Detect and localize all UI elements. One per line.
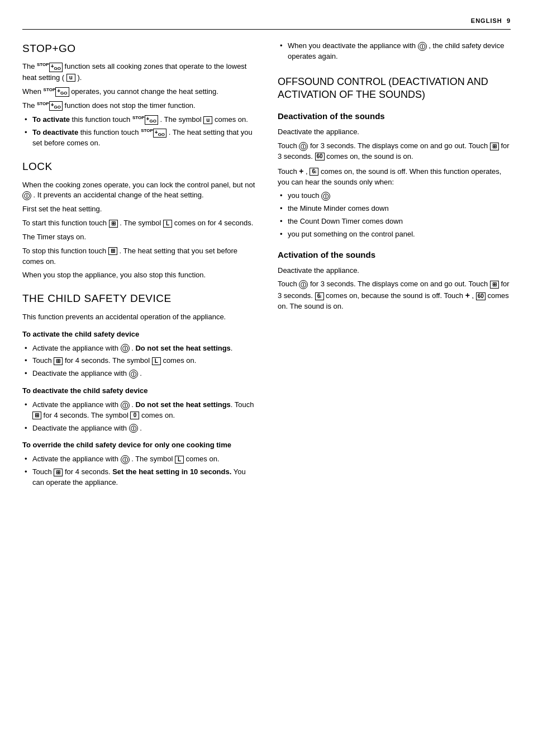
timer-icon-5: ⊞ xyxy=(54,469,63,476)
stopgo-section: STOP+GO The STOP+GO function sets all co… xyxy=(22,41,255,149)
language-label: ENGLISH xyxy=(471,17,502,24)
lock-p2: First set the heat setting. xyxy=(22,204,255,215)
l-icon-3: L xyxy=(175,456,184,464)
deact-bullet-3: the Count Down Timer comes down xyxy=(278,216,511,227)
stopgo-icon-box: +GO xyxy=(49,63,63,72)
deact-p3: Touch + , 6ᵢ comes on, the sound is off.… xyxy=(278,166,511,188)
u-icon-2: u xyxy=(203,116,212,124)
child-safety-section: THE CHILD SAFETY DEVICE This function pr… xyxy=(22,291,255,488)
icon-6i-2: 6ᵢ xyxy=(315,292,324,300)
power-icon-4: Ⓘ xyxy=(121,401,130,410)
icon-60: 60 xyxy=(315,153,325,160)
power-icon-r3: Ⓘ xyxy=(321,192,330,201)
override-child-bullet-1: Activate the appliance with Ⓘ . The symb… xyxy=(22,454,255,465)
deact-bullet-1: you touch Ⓘ xyxy=(278,191,511,201)
override-child-heading: To override the child safety device for … xyxy=(22,440,255,451)
timer-icon-4: ⊞ xyxy=(32,412,41,419)
stopgo-title: STOP+GO xyxy=(22,41,255,56)
page-number: 9 xyxy=(507,17,511,24)
plus-icon-1: + xyxy=(299,167,303,176)
lock-p3: To start this function touch ⊞ . The sym… xyxy=(22,218,255,229)
stopgo-bullet-1: To activate this function touch STOP+GO … xyxy=(22,115,255,125)
deactivate-child-bullet-1: Activate the appliance with Ⓘ . Do not s… xyxy=(22,400,255,421)
power-icon-1: Ⓘ xyxy=(22,191,31,200)
lock-title: LOCK xyxy=(22,159,255,174)
stopgo-icon-box3: +GO xyxy=(49,101,63,111)
timer-icon-3: ⊞ xyxy=(54,357,63,365)
deact-p2: Touch Ⓘ for 3 seconds. The displays come… xyxy=(278,141,511,162)
icon-6i-1: 6ᵢ xyxy=(310,168,318,176)
content-columns: STOP+GO The STOP+GO function sets all co… xyxy=(22,41,511,734)
lock-p5: To stop this function touch ⊞ . The heat… xyxy=(22,246,255,267)
right-top-bullet-1: When you deactivate the appliance with Ⓘ… xyxy=(278,41,511,62)
right-column: When you deactivate the appliance with Ⓘ… xyxy=(278,41,511,734)
act-p1: Deactivate the appliance. xyxy=(278,266,511,276)
deact-sounds-title: Deactivation of the sounds xyxy=(278,110,511,122)
u-icon: u xyxy=(66,74,75,82)
timer-icon-r2: ⊞ xyxy=(490,281,499,289)
activate-child-bullet-3: Deactivate the appliance with Ⓘ . xyxy=(22,368,255,379)
activate-child-bullet-2: Touch ⊞ for 4 seconds. The symbol L come… xyxy=(22,356,255,366)
l-icon-1: L xyxy=(163,220,172,228)
activate-child-heading: To activate the child safety device xyxy=(22,329,255,340)
page: ENGLISH 9 STOP+GO The STOP+GO function s… xyxy=(0,0,533,756)
child-safety-p1: This function prevents an accidental ope… xyxy=(22,312,255,323)
power-icon-r4: Ⓘ xyxy=(299,280,308,289)
plus-icon-2: + xyxy=(465,291,470,300)
override-child-bullet-2: Touch ⊞ for 4 seconds. Set the heat sett… xyxy=(22,467,255,488)
stopgo-p1: The STOP+GO function sets all cooking zo… xyxy=(22,62,255,83)
act-sounds-title: Activation of the sounds xyxy=(278,249,511,261)
icon-60-2: 60 xyxy=(476,292,486,300)
stopgo-icon-sup3: STOP xyxy=(37,101,49,106)
deact-bullet-4: you put something on the control panel. xyxy=(278,229,511,240)
power-icon-2: Ⓘ xyxy=(121,344,130,353)
stopgo-icon-box2: +GO xyxy=(55,87,69,97)
deactivate-child-bullet-2: Deactivate the appliance with Ⓘ . xyxy=(22,423,255,434)
stopgo-bullets: To activate this function touch STOP+GO … xyxy=(22,115,255,149)
timer-icon-1: ⊞ xyxy=(109,220,118,228)
stopgo-icon-sup2: STOP xyxy=(44,87,56,92)
right-top-bullet: When you deactivate the appliance with Ⓘ… xyxy=(278,41,511,62)
deactivate-child-bullets: Activate the appliance with Ⓘ . Do not s… xyxy=(22,400,255,434)
stopgo-bullet-2: To deactivate this function touch STOP+G… xyxy=(22,127,255,149)
stopgo-icon-sup: STOP xyxy=(37,62,49,67)
child-safety-title: THE CHILD SAFETY DEVICE xyxy=(22,291,255,306)
timer-icon-r1: ⊞ xyxy=(490,143,499,150)
l-icon-2: L xyxy=(152,357,161,365)
lock-p1: When the cooking zones operate, you can … xyxy=(22,180,255,201)
power-icon-r2: Ⓘ xyxy=(299,142,308,151)
left-column: STOP+GO The STOP+GO function sets all co… xyxy=(22,41,255,734)
lock-p4: The Timer stays on. xyxy=(22,232,255,243)
lock-section: LOCK When the cooking zones operate, you… xyxy=(22,159,255,281)
deactivate-child-heading: To deactivate the child safety device xyxy=(22,386,255,396)
page-header: ENGLISH 9 xyxy=(22,17,511,30)
activate-child-bullet-1: Activate the appliance with Ⓘ . Do not s… xyxy=(22,343,255,354)
power-icon-r1: Ⓘ xyxy=(418,42,427,51)
deact-sounds-bullets: you touch Ⓘ the Minute Minder comes down… xyxy=(278,191,511,239)
power-icon-5: Ⓘ xyxy=(129,424,138,433)
offsound-section: OFFSOUND CONTROL (DEACTIVATION AND ACTIV… xyxy=(278,75,511,312)
deact-bullet-2: the Minute Minder comes down xyxy=(278,204,511,214)
power-icon-6: Ⓘ xyxy=(121,455,130,464)
activate-child-bullets: Activate the appliance with Ⓘ . Do not s… xyxy=(22,343,255,380)
zero-icon: 0 xyxy=(130,412,139,419)
offsound-title: OFFSOUND CONTROL (DEACTIVATION AND ACTIV… xyxy=(278,75,511,102)
act-p2: Touch Ⓘ for 3 seconds. The displays come… xyxy=(278,279,511,312)
power-icon-3: Ⓘ xyxy=(129,370,138,379)
timer-icon-2: ⊞ xyxy=(108,247,117,255)
stopgo-p3: The STOP+GO function does not stop the t… xyxy=(22,101,255,111)
override-child-bullets: Activate the appliance with Ⓘ . The symb… xyxy=(22,454,255,488)
deact-p1: Deactivate the appliance. xyxy=(278,127,511,138)
stopgo-p2: When STOP+GO operates, you cannot change… xyxy=(22,87,255,97)
lock-p6: When you stop the appliance, you also st… xyxy=(22,270,255,281)
